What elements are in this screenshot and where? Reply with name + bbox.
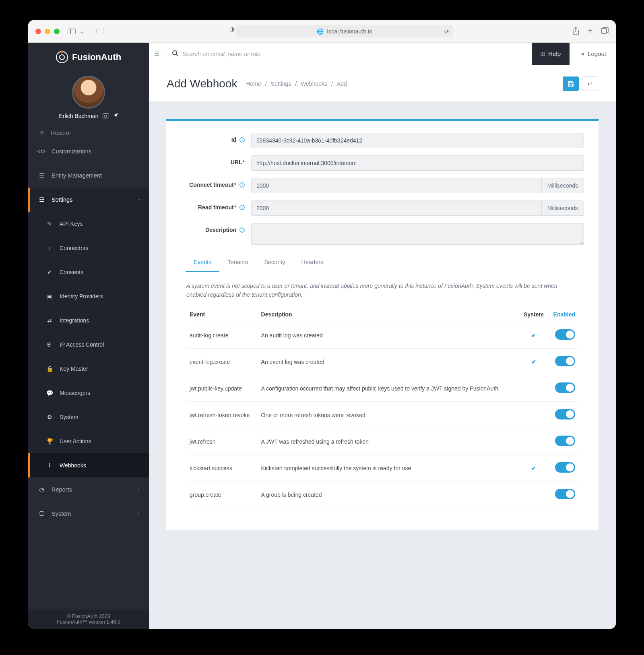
crumb-current: Add <box>337 81 347 87</box>
chevron-down-icon: ‹ <box>136 199 141 200</box>
connect-timeout-label: Connect timeout* ⓘ <box>181 178 251 189</box>
sidebar-item-user-actions[interactable]: 🏆User Actions <box>28 429 149 453</box>
sidebar-item-webhooks[interactable]: ⌇Webhooks <box>28 453 149 477</box>
tab-security[interactable]: Security <box>256 253 293 272</box>
address-text: local.fusionauth.io <box>327 28 372 35</box>
connect-timeout-field[interactable] <box>251 178 542 193</box>
crumb-webhooks[interactable]: Webhooks <box>301 81 327 87</box>
new-tab-icon[interactable] <box>586 27 594 36</box>
zoom-window[interactable] <box>54 29 60 34</box>
rss-icon: ⌇ <box>46 462 53 469</box>
events-note: A system event is not scoped to a user o… <box>186 282 578 299</box>
enabled-toggle[interactable] <box>555 356 575 366</box>
url-field[interactable] <box>251 155 584 171</box>
sidebar-item-connectors[interactable]: ›Connectors <box>28 236 149 260</box>
col-enabled[interactable]: Enabled <box>548 307 578 322</box>
undo-icon: ↩ <box>588 81 592 87</box>
tabs-icon[interactable] <box>601 27 609 36</box>
address-bar[interactable]: 🌐 local.fusionauth.io ⟳ <box>236 25 453 37</box>
col-event: Event <box>186 307 258 322</box>
reload-icon[interactable]: ⟳ <box>444 28 449 35</box>
info-icon[interactable]: ⓘ <box>239 137 245 143</box>
event-system <box>520 428 548 455</box>
sidebar-item-api-keys[interactable]: ✎API Keys <box>28 212 149 236</box>
id-field[interactable] <box>251 133 584 148</box>
enabled-toggle[interactable] <box>555 329 575 340</box>
nav-back-icon[interactable]: 〈 <box>92 27 99 36</box>
crumb-settings[interactable]: Settings <box>271 81 291 87</box>
chevron-down-icon[interactable]: ⌄ <box>79 27 85 35</box>
event-system: ✔ <box>520 322 548 349</box>
event-name: audit-log.create <box>186 322 258 349</box>
nav-item-settings[interactable]: ☲ Settings ‹ <box>28 188 149 212</box>
sidebar-item-messengers[interactable]: 💬Messengers <box>28 381 149 405</box>
description-label: Description ⓘ <box>181 223 251 234</box>
location-arrow-icon[interactable] <box>113 113 118 119</box>
description-field[interactable] <box>251 223 584 245</box>
check-icon: ✔ <box>531 465 536 471</box>
chevron-right-icon: › <box>46 245 53 251</box>
close-window[interactable] <box>35 29 41 34</box>
sidebar-item-identity-providers[interactable]: ▣Identity Providers <box>28 284 149 308</box>
trophy-icon: 🏆 <box>46 438 53 444</box>
sidebar-toggle-icon[interactable] <box>68 29 76 34</box>
back-button[interactable]: ↩ <box>582 76 598 91</box>
info-icon[interactable]: ⓘ <box>239 205 245 211</box>
help-icon: ？⃝ <box>541 50 545 57</box>
tab-headers[interactable]: Headers <box>293 253 332 272</box>
id-card-icon[interactable] <box>103 114 109 118</box>
col-system: System <box>520 307 548 322</box>
privacy-shield-icon[interactable]: ◑ <box>228 25 236 37</box>
event-system: ✔ <box>520 349 548 375</box>
sidebar-footer: © FusionAuth 2023 FusionAuth™ version 1.… <box>28 610 149 629</box>
sidebar: FusionAuth Erlich Bachman ⚛ Reactor </> … <box>28 43 149 629</box>
enabled-toggle[interactable] <box>555 489 575 499</box>
enabled-toggle[interactable] <box>555 462 575 473</box>
server-icon: ☰ <box>38 172 45 179</box>
tab-events[interactable]: Events <box>186 253 219 272</box>
minimize-window[interactable] <box>45 29 50 34</box>
event-description: An audit log was created <box>258 322 520 349</box>
save-button[interactable] <box>563 76 579 91</box>
brand-icon <box>56 51 68 63</box>
event-description: A JWT was refreshed using a refresh toke… <box>258 428 520 455</box>
crumb-home[interactable]: Home <box>246 81 261 87</box>
tab-tenants[interactable]: Tenants <box>219 253 256 272</box>
key-icon: ✎ <box>46 221 53 227</box>
info-icon[interactable]: ⓘ <box>239 182 245 188</box>
site-settings-icon[interactable]: 🌐 <box>317 28 324 35</box>
table-row: audit-log.create An audit log was create… <box>186 322 578 349</box>
table-row: jwt.public-key.update A configuration oc… <box>186 375 578 402</box>
events-table: Event Description System Enabled audit-l… <box>186 307 578 508</box>
nav-item-entity-management[interactable]: ☰ Entity Management ‹ <box>28 163 149 188</box>
sidebar-item-ip-access[interactable]: ⛨IP Access Control <box>28 333 149 357</box>
nav-item-reactor[interactable]: ⚛ Reactor <box>28 126 149 139</box>
main-area: ☰ ？⃝ Help ⇥ Logout Add Webhook Home/ <box>149 43 616 629</box>
nav-item-customizations[interactable]: </> Customizations ‹ <box>28 139 149 163</box>
logout-button[interactable]: ⇥ Logout <box>570 50 616 58</box>
info-icon[interactable]: ⓘ <box>239 227 245 233</box>
share-icon[interactable] <box>572 27 579 36</box>
search-icon <box>172 50 178 58</box>
brand-text: FusionAuth <box>72 52 121 62</box>
sidebar-item-key-master[interactable]: 🔒Key Master <box>28 357 149 381</box>
enabled-toggle[interactable] <box>555 409 575 419</box>
enabled-toggle[interactable] <box>555 382 575 393</box>
sidebar-item-consents[interactable]: ✔Consents <box>28 260 149 284</box>
search-input[interactable] <box>182 51 524 57</box>
nav-forward-icon[interactable]: 〉 <box>102 27 109 36</box>
sidebar-item-integrations[interactable]: ⇄Integrations <box>28 308 149 333</box>
sidebar-item-system[interactable]: ⚙System <box>28 405 149 429</box>
collapse-sidebar-icon[interactable]: ☰ <box>149 50 165 58</box>
read-timeout-field[interactable] <box>251 200 542 216</box>
event-description: An event log was created <box>258 349 520 375</box>
enabled-toggle[interactable] <box>555 436 575 446</box>
table-row: kickstart.success Kickstart completed su… <box>186 455 578 481</box>
avatar[interactable] <box>72 76 105 109</box>
help-button[interactable]: ？⃝ Help <box>532 43 570 65</box>
window-controls <box>35 29 60 34</box>
brand-logo[interactable]: FusionAuth <box>28 43 149 72</box>
nav-item-system[interactable]: 🖵 System ‹ <box>28 502 149 526</box>
swap-icon: ⇄ <box>46 317 53 324</box>
nav-item-reports[interactable]: ◔ Reports ‹ <box>28 477 149 502</box>
